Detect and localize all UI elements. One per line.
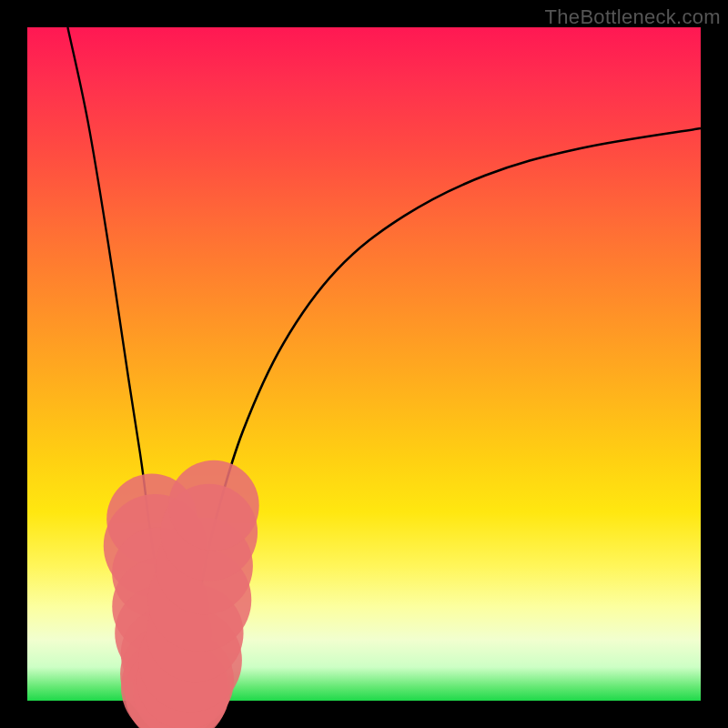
chart-frame: TheBottleneck.com: [0, 0, 728, 728]
curves-svg: [27, 27, 701, 701]
scatter-dots: [104, 460, 259, 728]
right-curve: [176, 128, 701, 694]
plot-area: [27, 27, 701, 701]
watermark-text: TheBottleneck.com: [545, 5, 721, 29]
scatter-dot: [168, 460, 258, 551]
